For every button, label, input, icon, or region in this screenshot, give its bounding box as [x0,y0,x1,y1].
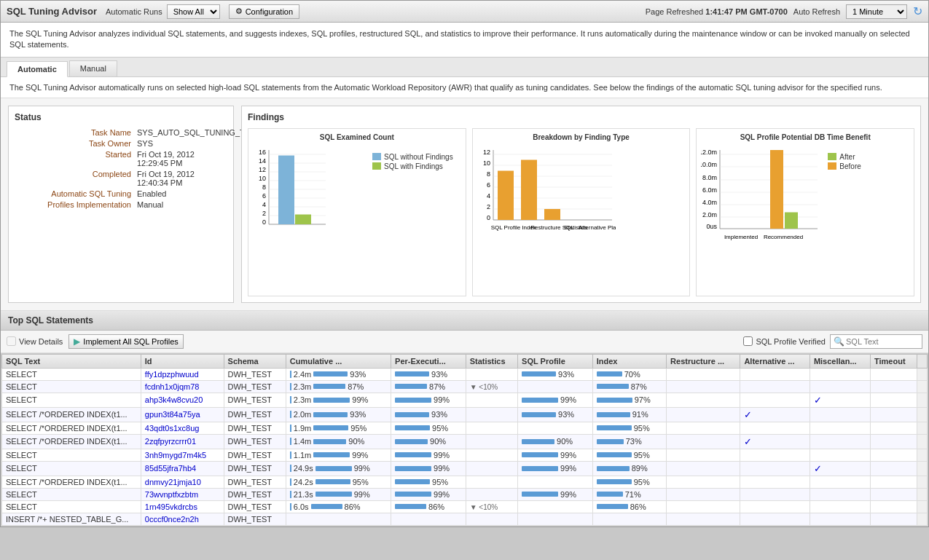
cell-id[interactable]: ffy1dpzphwuud [141,368,224,380]
sql-examined-legend: SQL without Findings SQL with Findings [372,153,453,277]
tab-content: The SQL Tuning Advisor automatically run… [1,77,928,527]
view-details-checkbox[interactable] [7,336,16,346]
col-index[interactable]: Index [592,354,666,368]
auto-refresh-select[interactable]: 1 Minute 5 Minutes 10 Minutes Manual [846,4,907,19]
cell-timeout [871,476,917,488]
sql-text-search-box[interactable]: 🔍 [830,334,922,349]
sql-examined-svg: 16 14 12 10 8 6 4 2 0 [253,146,369,277]
cell-misc [810,500,870,513]
cell-id[interactable]: 3nh9mygd7m4k5 [141,449,224,461]
cell-per-exec: 99% [391,393,466,407]
cell-id[interactable]: 2zqfpyrzcrrr01 [141,434,224,449]
cell-index: 86% [592,500,666,513]
cell-id[interactable]: 1rn495vkdrcbs [141,500,224,513]
cell-index: 95% [592,476,666,488]
scrollbar-cell [917,513,928,525]
tab-manual[interactable]: Manual [69,60,117,76]
findings-box: Findings SQL Examined Count 16 14 12 10 [241,106,921,303]
legend-color-with [372,162,381,170]
cell-sql-profile [518,500,593,513]
cell-cumulative: 24.9s 99% [286,461,391,476]
col-per-exec[interactable]: Per-Executi... [391,354,466,368]
cell-cumulative: 2.0m 93% [286,407,391,422]
cell-id[interactable]: fcdnh1x0jqm78 [141,380,224,393]
svg-text:10: 10 [259,175,266,182]
legend-with-findings: SQL with Findings [372,162,453,170]
col-miscellan[interactable]: Miscellan... [810,354,870,368]
cell-sql-profile: 99% [518,488,593,500]
sql-profile-verified-checkbox[interactable] [743,336,753,346]
cell-schema: DWH_TEST [224,488,286,500]
col-sql-text[interactable]: SQL Text [2,354,141,368]
cell-schema: DWH_TEST [224,368,286,380]
legend-color-after [828,153,836,160]
sql-text-search-input[interactable] [846,337,919,346]
cell-cumulative: 2.3m 99% [286,393,391,407]
sql-table-wrapper[interactable]: SQL Text Id Schema Cumulative ... Per-Ex… [1,353,928,527]
cell-timeout [871,513,917,525]
cell-id[interactable]: dnmvy21jmja10 [141,476,224,488]
svg-text:8: 8 [487,170,490,178]
col-statistics[interactable]: Statistics [466,354,517,368]
col-restructure[interactable]: Restructure ... [667,354,740,368]
profile-benefit-chart: SQL Profile Potential DB Time Benefit 12… [696,128,914,296]
cell-per-exec: 93% [391,368,466,380]
cell-sql-profile: 93% [518,368,593,380]
table-row: SELECTfcdnh1x0jqm78DWH_TEST 2.3m 87% 87%… [2,380,928,393]
cell-timeout [871,461,917,476]
table-row: SELECT3nh9mygd7m4k5DWH_TEST 1.1m 99% 99%… [2,449,928,461]
table-row: SELECTahp3k4w8cvu20DWH_TEST 2.3m 99% 99%… [2,393,928,407]
cell-sql-text: SELECT [2,368,141,380]
cell-sql-text: SELECT /*ORDERED INDEX(t1... [2,407,141,422]
cell-sql-text: SELECT [2,500,141,513]
cell-misc: ✓ [810,393,870,407]
refresh-icon[interactable]: ↻ [913,4,922,18]
cell-per-exec [391,513,466,525]
svg-text:0: 0 [262,218,266,226]
cell-id[interactable]: 0cccf0nce2n2h [141,513,224,525]
cell-alternative [740,449,810,461]
col-timeout[interactable]: Timeout [871,354,917,368]
cell-sql-profile: 93% [518,407,593,422]
cell-timeout [871,368,917,380]
advisor-description: The SQL Tuning Advisor automatically run… [1,77,928,98]
svg-text:8: 8 [262,184,266,191]
col-cumulative[interactable]: Cumulative ... [286,354,391,368]
cell-misc: ✓ [810,461,870,476]
runs-label: Automatic Runs [106,7,162,16]
findings-title: Findings [248,112,914,122]
label-task-owner: Task Owner [15,139,131,148]
col-sql-profile[interactable]: SQL Profile [518,354,593,368]
configuration-button[interactable]: ⚙ Configuration [229,4,299,19]
cell-timeout [871,407,917,422]
scrollbar-cell [917,449,928,461]
implement-all-button[interactable]: ▶ Implement All SQL Profiles [68,334,183,349]
sql-profile-verified-label: SQL Profile Verified [743,336,826,346]
cell-alternative: ✓ [740,434,810,449]
cell-index: 95% [592,422,666,434]
status-title: Status [15,112,227,122]
cell-misc [810,422,870,434]
cell-index: 97% [592,393,666,407]
cell-sql-text: SELECT [2,461,141,476]
cell-id[interactable]: 85d55jfra7hb4 [141,461,224,476]
table-row: SELECT73wvnptfxzbtmDWH_TEST 21.3s 99% 99… [2,488,928,500]
show-all-select[interactable]: Show All [167,4,220,19]
table-row: SELECTffy1dpzphwuudDWH_TEST 2.4m 93% 93%… [2,368,928,380]
cell-id[interactable]: 43qdt0s1xc8ug [141,422,224,434]
cell-id[interactable]: ahp3k4w8cvu20 [141,393,224,407]
cell-id[interactable]: gpun3t84a75ya [141,407,224,422]
cell-alternative [740,476,810,488]
cell-misc [810,513,870,525]
col-schema[interactable]: Schema [224,354,286,368]
col-alternative[interactable]: Alternative ... [740,354,810,368]
cell-cumulative: 2.3m 87% [286,380,391,393]
cell-id[interactable]: 73wvnptfxzbtm [141,488,224,500]
tab-automatic[interactable]: Automatic [7,61,68,77]
status-row-profiles: Profiles Implementation Manual [15,200,227,209]
cell-schema: DWH_TEST [224,422,286,434]
cell-misc [810,407,870,422]
cell-timeout [871,393,917,407]
col-id[interactable]: Id [141,354,224,368]
cell-sql-text: SELECT /*ORDERED INDEX(t1... [2,476,141,488]
